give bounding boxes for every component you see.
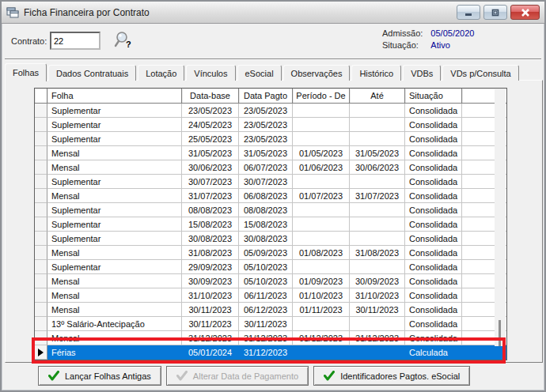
cell-data-base[interactable]: 31/07/2023	[182, 189, 239, 203]
cell-ate[interactable]	[350, 175, 405, 189]
table-row[interactable]: Mensal30/06/202306/07/202301/06/202330/0…	[35, 160, 506, 175]
cell-ate[interactable]: 31/07/2023	[350, 189, 405, 203]
tab-esocial[interactable]: eSocial	[237, 65, 282, 81]
cell-ate[interactable]: 30/09/2023	[350, 274, 405, 288]
cell-situacao[interactable]: Consolidada	[405, 246, 462, 260]
row-selector-cell[interactable]	[35, 146, 47, 160]
row-selector-cell[interactable]	[35, 232, 47, 246]
column-header-folha[interactable]: Folha	[47, 89, 182, 104]
cell-ate[interactable]: 31/05/2023	[350, 146, 405, 160]
cell-data-base[interactable]: 31/05/2023	[182, 146, 239, 160]
cell-data-pagto[interactable]: 15/08/2023	[239, 217, 293, 232]
tab-v-nculos[interactable]: Vínculos	[186, 65, 235, 81]
maximize-button[interactable]	[483, 5, 507, 20]
close-button[interactable]	[510, 5, 540, 20]
cell-data-base[interactable]: 30/06/2023	[182, 160, 239, 175]
cell-data-base[interactable]: 31/10/2023	[182, 288, 239, 303]
cell-ate[interactable]: 31/12/2023	[350, 331, 405, 345]
cell-situacao[interactable]: Consolidada	[405, 118, 462, 132]
cell-ate[interactable]	[350, 104, 405, 118]
cell-periodo-de[interactable]: 01/06/2023	[293, 160, 350, 175]
cell-ate[interactable]	[350, 345, 405, 360]
cell-ate[interactable]: 31/10/2023	[350, 288, 405, 303]
table-row[interactable]: Suplementar23/05/202323/05/2023Consolida…	[35, 104, 506, 118]
row-selector-cell[interactable]	[35, 331, 47, 345]
cell-situacao[interactable]: Consolidada	[405, 104, 462, 118]
table-row[interactable]: Mensal31/07/202306/08/202301/07/202331/0…	[35, 189, 506, 203]
row-selector-cell[interactable]	[35, 303, 47, 317]
cell-periodo-de[interactable]	[293, 345, 350, 360]
row-selector-cell[interactable]	[35, 118, 47, 132]
button-identificadores-pagtos-esocial[interactable]: Identificadores Pagtos. eSocial	[313, 366, 470, 386]
cell-data-base[interactable]: 30/11/2023	[182, 317, 239, 331]
tab-vdbs[interactable]: VDBs	[403, 65, 441, 81]
cell-periodo-de[interactable]	[293, 317, 350, 331]
cell-folha[interactable]: 13º Salário-Antecipação	[47, 317, 182, 331]
cell-situacao[interactable]: Consolidada	[405, 203, 462, 217]
cell-data-base[interactable]: 30/09/2023	[182, 274, 239, 288]
cell-data-pagto[interactable]: 06/07/2023	[239, 160, 293, 175]
cell-ate[interactable]	[350, 232, 405, 246]
table-row[interactable]: Mensal31/05/202331/05/202301/05/202331/0…	[35, 146, 506, 160]
cell-data-base[interactable]: 05/01/2024	[182, 345, 239, 360]
cell-situacao[interactable]: Consolidada	[405, 317, 462, 331]
table-row[interactable]: Suplementar30/07/202330/07/2023Consolida…	[35, 175, 506, 189]
row-selector-cell[interactable]	[35, 104, 47, 118]
row-selector-cell[interactable]	[35, 175, 47, 189]
cell-periodo-de[interactable]: 01/08/2023	[293, 246, 350, 260]
table-row[interactable]: 13º Salário-Antecipação30/11/202330/11/2…	[35, 317, 506, 331]
column-header-situacao[interactable]: Situação	[405, 89, 462, 104]
cell-ate[interactable]	[350, 260, 405, 274]
cell-periodo-de[interactable]: 01/12/2023	[293, 331, 350, 345]
cell-data-base[interactable]: 08/08/2023	[182, 203, 239, 217]
cell-data-pagto[interactable]: 05/10/2023	[239, 260, 293, 274]
cell-data-base[interactable]: 30/07/2023	[182, 175, 239, 189]
tab-vds-p-consulta[interactable]: VDs p/Consulta	[442, 65, 518, 81]
cell-data-base[interactable]: 31/12/2023	[182, 331, 239, 345]
table-row[interactable]: Suplementar24/05/202323/05/2023Consolida…	[35, 118, 506, 132]
cell-data-base[interactable]: 31/08/2023	[182, 246, 239, 260]
cell-folha[interactable]: Suplementar	[47, 203, 182, 217]
row-selector-cell[interactable]	[35, 260, 47, 274]
minimize-button[interactable]	[457, 5, 480, 20]
cell-folha[interactable]: Suplementar	[47, 104, 182, 118]
column-header-data-pagto[interactable]: Data Pagto	[239, 89, 293, 104]
cell-ate[interactable]: 30/11/2023	[350, 303, 405, 317]
cell-ate[interactable]	[350, 118, 405, 132]
vertical-scrollbar[interactable]	[495, 89, 506, 346]
table-row[interactable]: Mensal31/12/202331/12/202301/12/202331/1…	[35, 331, 506, 345]
cell-folha[interactable]: Suplementar	[47, 232, 182, 246]
table-row[interactable]: Mensal30/09/202305/10/202301/09/202330/0…	[35, 274, 506, 288]
tab-hist-rico[interactable]: Histórico	[351, 65, 401, 81]
tab-dados-contratuais[interactable]: Dados Contratuais	[48, 65, 136, 81]
cell-periodo-de[interactable]	[293, 203, 350, 217]
cell-situacao[interactable]: Consolidada	[405, 232, 462, 246]
cell-situacao[interactable]: Consolidada	[405, 132, 462, 146]
cell-data-pagto[interactable]: 23/05/2023	[239, 132, 293, 146]
search-icon[interactable]: ?	[112, 30, 133, 51]
cell-periodo-de[interactable]	[293, 118, 350, 132]
cell-periodo-de[interactable]	[293, 232, 350, 246]
cell-folha[interactable]: Mensal	[47, 274, 182, 288]
table-row[interactable]: Mensal31/10/202306/11/202301/10/202331/1…	[35, 288, 506, 303]
scrollbar-thumb[interactable]	[499, 320, 501, 346]
tab-folhas[interactable]: Folhas	[5, 63, 47, 81]
cell-periodo-de[interactable]: 01/11/2023	[293, 303, 350, 317]
row-selector-cell[interactable]	[35, 288, 47, 303]
cell-periodo-de[interactable]: 01/07/2023	[293, 189, 350, 203]
cell-data-pagto[interactable]: 06/08/2023	[239, 189, 293, 203]
cell-folha[interactable]: Mensal	[47, 288, 182, 303]
cell-data-pagto[interactable]: 30/08/2023	[239, 232, 293, 246]
table-row[interactable]: Suplementar29/09/202305/10/2023Consolida…	[35, 260, 506, 274]
cell-data-base[interactable]: 29/09/2023	[182, 260, 239, 274]
row-selector-cell[interactable]	[35, 160, 47, 175]
cell-data-pagto[interactable]: 23/05/2023	[239, 118, 293, 132]
cell-data-pagto[interactable]: 05/10/2023	[239, 274, 293, 288]
cell-folha[interactable]: Mensal	[47, 246, 182, 260]
cell-ate[interactable]: 31/08/2023	[350, 246, 405, 260]
cell-folha[interactable]: Mensal	[47, 331, 182, 345]
cell-situacao[interactable]: Consolidada	[405, 189, 462, 203]
cell-data-pagto[interactable]: 30/07/2023	[239, 175, 293, 189]
cell-folha[interactable]: Suplementar	[47, 118, 182, 132]
cell-data-base[interactable]: 15/08/2023	[182, 217, 239, 232]
